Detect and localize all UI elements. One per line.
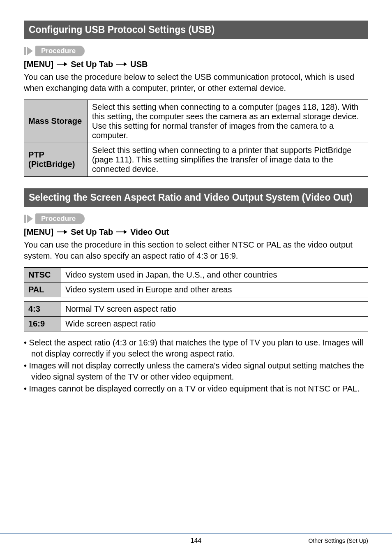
intro-text-usb: You can use the procedure below to selec… (24, 72, 368, 94)
svg-marker-2 (64, 62, 67, 66)
menu-part: USB (130, 60, 148, 69)
table-row: NTSC Video system used in Japan, the U.S… (24, 267, 368, 282)
footer-section-title: Other Settings (Set Up) (308, 537, 368, 544)
option-label: PAL (24, 282, 61, 297)
procedure-label: Procedure (35, 213, 85, 224)
menu-part: [MENU] (24, 227, 53, 237)
option-desc: Select this setting when connecting to a… (88, 100, 368, 143)
proc-arrow-icon (27, 215, 33, 223)
proc-bar-icon (24, 47, 26, 55)
arrow-icon (57, 62, 67, 67)
notes-list: Select the aspect ratio (4:3 or 16:9) th… (24, 337, 368, 394)
option-label: 16:9 (24, 316, 61, 331)
option-label: 4:3 (24, 301, 61, 316)
svg-marker-5 (27, 215, 33, 223)
section-heading-usb: Configuring USB Protocol Settings (USB) (24, 21, 368, 39)
option-desc: Video system used in Europe and other ar… (61, 282, 368, 297)
table-row: Mass Storage Select this setting when co… (24, 100, 368, 143)
proc-arrow-icon (27, 47, 33, 55)
option-desc: Video system used in Japan, the U.S., an… (61, 267, 368, 282)
option-desc: Wide screen aspect ratio (61, 316, 368, 331)
procedure-marker: Procedure (24, 213, 368, 224)
svg-marker-9 (124, 230, 127, 234)
arrow-icon (116, 229, 127, 234)
menu-part: [MENU] (24, 60, 53, 69)
menu-part: Set Up Tab (71, 227, 113, 237)
intro-text-video: You can use the procedure in this sectio… (24, 239, 368, 262)
list-item: Select the aspect ratio (4:3 or 16:9) th… (24, 337, 368, 359)
menu-part: Set Up Tab (71, 60, 113, 69)
option-label: PTP (PictBridge) (24, 143, 88, 176)
page-footer: 144 Other Settings (Set Up) (0, 533, 392, 544)
list-item: Images cannot be displayed correctly on … (24, 383, 368, 394)
list-item: Images will not display correctly unless… (24, 360, 368, 382)
option-desc: Normal TV screen aspect ratio (61, 301, 368, 316)
page-number: 144 (191, 537, 202, 544)
menu-path-video: [MENU] Set Up Tab Video Out (24, 227, 368, 237)
option-label: Mass Storage (24, 100, 88, 143)
arrow-icon (116, 62, 127, 67)
arrow-icon (57, 229, 67, 234)
table-row: PTP (PictBridge) Select this setting whe… (24, 143, 368, 176)
option-label: NTSC (24, 267, 61, 282)
video-system-table: NTSC Video system used in Japan, the U.S… (24, 267, 368, 297)
proc-bar-icon (24, 215, 26, 223)
option-desc: Select this setting when connecting to a… (88, 143, 368, 176)
usb-options-table: Mass Storage Select this setting when co… (24, 100, 368, 177)
svg-marker-7 (64, 230, 67, 234)
table-row: PAL Video system used in Europe and othe… (24, 282, 368, 297)
svg-marker-4 (124, 62, 127, 66)
table-row: 4:3 Normal TV screen aspect ratio (24, 301, 368, 316)
aspect-ratio-table: 4:3 Normal TV screen aspect ratio 16:9 W… (24, 301, 368, 331)
section-heading-video: Selecting the Screen Aspect Ratio and Vi… (24, 188, 368, 207)
procedure-marker: Procedure (24, 46, 368, 56)
table-row: 16:9 Wide screen aspect ratio (24, 316, 368, 331)
menu-part: Video Out (130, 227, 169, 237)
svg-marker-0 (27, 47, 33, 55)
menu-path-usb: [MENU] Set Up Tab USB (24, 60, 368, 69)
procedure-label: Procedure (35, 46, 85, 56)
